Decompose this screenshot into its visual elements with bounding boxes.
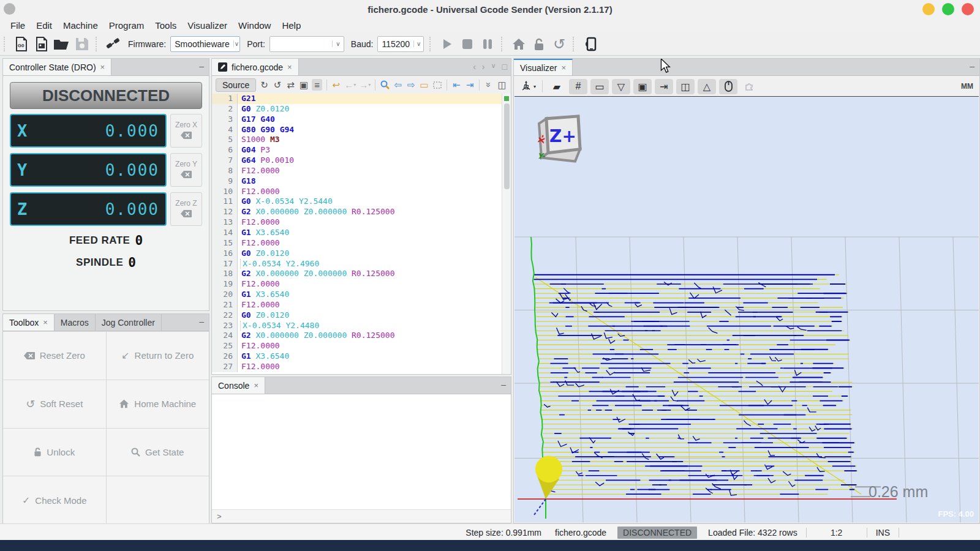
close-button[interactable]	[962, 3, 974, 15]
source-button[interactable]: Source	[216, 78, 256, 92]
shift-left-icon[interactable]: ⇤	[451, 79, 461, 91]
pendant-phone-icon[interactable]	[582, 36, 598, 52]
menu-program[interactable]: Program	[104, 20, 150, 31]
source-line[interactable]: 24G2 X0.000000 Z0.000000 R0.125000	[212, 331, 502, 341]
home-icon[interactable]	[511, 36, 527, 52]
play-icon[interactable]	[439, 36, 455, 52]
source-line[interactable]: 22G0 Z0.0120	[212, 310, 502, 321]
back-icon[interactable]: ←▾	[344, 79, 356, 91]
check-mode-button[interactable]: ✓Check Mode	[3, 476, 106, 524]
menu-machine[interactable]: Machine	[58, 20, 104, 31]
source-line[interactable]: 12G2 X0.000000 Z0.000000 R0.125000	[212, 207, 502, 217]
soft-reset-button[interactable]: ↺Soft Reset	[3, 380, 106, 428]
tab-controller-state[interactable]: Controller State (DRO) ×	[3, 59, 111, 75]
next-tab-icon[interactable]: ›	[482, 62, 485, 72]
zero-x-button[interactable]: Zero X	[170, 114, 202, 148]
find-icon[interactable]	[380, 79, 390, 91]
source-line[interactable]: 25F12.0000	[212, 341, 502, 351]
ruler-icon[interactable]: ▭	[590, 79, 609, 94]
source-line[interactable]: 27F12.0000	[212, 362, 502, 372]
console-input[interactable]: >	[212, 509, 511, 523]
source-line[interactable]: 23X-0.0534 Y2.4480	[212, 321, 502, 331]
highlight-matches-icon[interactable]: ▭	[419, 79, 429, 91]
home-machine-button[interactable]: Home Machine	[107, 380, 209, 428]
source-line[interactable]: 3G17 G40	[212, 114, 502, 125]
tool-cone-icon[interactable]: ▽	[612, 79, 630, 94]
close-icon[interactable]: ×	[287, 62, 292, 72]
tab-list-icon[interactable]: ∨	[491, 62, 496, 72]
source-line[interactable]: 20G1 X3.6540	[212, 290, 502, 300]
source-line[interactable]: 9G18	[212, 176, 502, 187]
mouse-icon[interactable]	[719, 79, 737, 94]
visualizer-canvas[interactable]: 0.26 mmFPS: 4.00Z+X-Y-	[514, 96, 979, 522]
source-line[interactable]: 13F12.0000	[212, 217, 502, 228]
source-line[interactable]: 8F12.0000	[212, 166, 502, 176]
stop-icon[interactable]	[459, 36, 475, 52]
reset-zero-button[interactable]: Reset Zero	[3, 332, 106, 380]
menu-window[interactable]: Window	[233, 20, 276, 31]
reset-icon[interactable]: ↺	[551, 36, 567, 52]
port-select[interactable]: ∨	[270, 36, 344, 52]
tab-visualizer[interactable]: Visualizer ×	[514, 59, 573, 75]
menu-visualizer[interactable]: Visualizer	[182, 20, 233, 31]
plugin-icon[interactable]	[741, 79, 759, 94]
scrollbar-thumb[interactable]	[504, 103, 510, 189]
minimize-panel-icon[interactable]: –	[501, 380, 506, 389]
source-line[interactable]: 17X-0.0534 Y2.4960	[212, 259, 502, 269]
source-line[interactable]: 10F12.0000	[212, 187, 502, 197]
source-line[interactable]: 7G64 P0.0010	[212, 156, 502, 166]
pyramid-icon[interactable]: △	[698, 79, 716, 94]
editor-scrollbar[interactable]	[502, 94, 511, 374]
open-image-file-icon[interactable]	[34, 36, 50, 52]
editor-overview-icon[interactable]: ◫	[497, 79, 507, 91]
menu-tools[interactable]: Tools	[149, 20, 182, 31]
source-line[interactable]: 21F12.0000	[212, 300, 502, 310]
firmware-select[interactable]: Smoothieware ∨	[170, 36, 240, 52]
new-gcode-file-icon[interactable]: G0	[13, 36, 29, 52]
source-line[interactable]: 14G1 X3.6540	[212, 228, 502, 238]
orientation-axes-icon[interactable]: ▾	[519, 79, 537, 94]
source-line[interactable]: 26G1 X3.6540	[212, 351, 502, 362]
find-previous-icon[interactable]: ⇦	[393, 79, 403, 91]
tab-toolbox[interactable]: Toolbox×	[3, 314, 55, 331]
close-icon[interactable]: ×	[561, 63, 566, 72]
get-state-button[interactable]: Get State	[107, 429, 209, 476]
open-file-icon[interactable]	[54, 36, 70, 52]
plane-icon[interactable]: ▰	[548, 79, 566, 94]
source-line[interactable]: 19F12.0000	[212, 279, 502, 290]
source-line[interactable]: 15F12.0000	[212, 238, 502, 249]
find-next-icon[interactable]: ⇨	[406, 79, 416, 91]
pause-icon[interactable]	[480, 36, 496, 52]
shift-right-icon[interactable]: ⇥	[465, 79, 475, 91]
last-edit-icon[interactable]: ↩	[331, 79, 341, 91]
lock-icon[interactable]	[531, 36, 547, 52]
rectangular-selection-icon[interactable]	[432, 79, 442, 91]
tab-jog-controller[interactable]: Jog Controller	[96, 314, 162, 331]
prev-tab-icon[interactable]: ‹	[473, 62, 476, 72]
menu-edit[interactable]: Edit	[31, 20, 58, 31]
grid-icon[interactable]: #	[569, 79, 587, 94]
minimize-panel-icon[interactable]: –	[199, 61, 204, 71]
close-icon[interactable]: ×	[43, 318, 48, 327]
minimize-button[interactable]	[922, 3, 935, 15]
return-to-zero-button[interactable]: ↙Return to Zero	[107, 332, 209, 380]
connect-icon[interactable]	[105, 36, 121, 52]
gcode-source-view[interactable]: 1G212G0 Z0.01203G17 G404G80 G90 G945S100…	[212, 94, 502, 374]
save-file-icon[interactable]	[74, 36, 90, 52]
insert-window-icon[interactable]: ▣	[299, 79, 309, 91]
minimize-panel-icon[interactable]: –	[199, 317, 204, 326]
close-icon[interactable]: ×	[254, 381, 258, 390]
source-line[interactable]: 6G04 P3	[212, 145, 502, 156]
tab-gcode-file[interactable]: fichero.gcode ×	[212, 59, 299, 75]
orientation-cube-icon[interactable]: ▣	[633, 79, 652, 94]
menu-file[interactable]: File	[5, 20, 31, 31]
forward-icon[interactable]: →▾	[359, 79, 371, 91]
mirror-icon[interactable]: ⇄	[285, 79, 295, 91]
source-line[interactable]: 1G21	[212, 94, 502, 104]
rotate-left-90-icon[interactable]: ↺	[273, 79, 282, 91]
tab-macros[interactable]: Macros	[55, 314, 96, 331]
tab-console[interactable]: Console ×	[212, 377, 265, 394]
minimize-panel-icon[interactable]: –	[970, 61, 974, 71]
source-line[interactable]: 2G0 Z0.0120	[212, 104, 502, 114]
source-line[interactable]: 16G0 Z0.0120	[212, 249, 502, 259]
